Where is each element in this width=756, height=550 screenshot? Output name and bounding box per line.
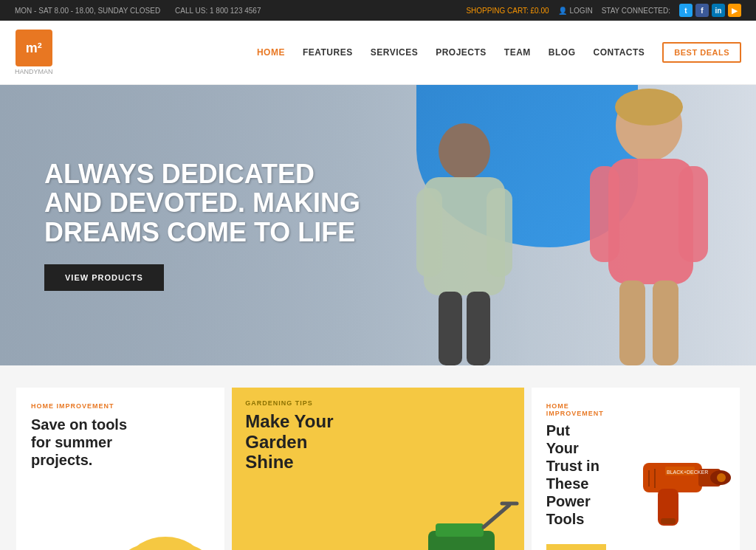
hero-title: ALWAYS DEDICATED AND DEVOTED. MAKING DRE… [44,159,369,247]
hours-text: MON - SAT 8.00 - 18.00, SUNDAY CLOSED [15,7,160,15]
card-power-tools: HOME IMPROVEMENT Put Your Trust in These… [532,388,740,550]
twitter-icon[interactable]: t [679,4,693,17]
worker-image [77,505,224,550]
cards-section: GARDENING TIPS Make YourGardenShine [0,365,756,550]
logo-tagline: HANDYMAN [15,68,53,75]
svg-rect-3 [487,188,512,277]
hero-person2 [564,85,734,365]
card-save-category: HOME IMPROVEMENT [31,402,210,410]
card-save-title: Save on tools for summer projects. [31,416,129,469]
shop-now-button-tools[interactable]: SHOP NOW [546,544,606,550]
linkedin-icon[interactable]: in [712,4,725,17]
card-garden: GARDENING TIPS Make YourGardenShine [232,388,523,550]
card-save-tools: HOME IMPROVEMENT Save on tools for summe… [16,388,224,550]
cart-value: £0.00 [530,7,549,15]
cart-label: SHOPPING CART: [466,7,528,15]
nav-home[interactable]: HOME [257,47,285,58]
nav-services[interactable]: SERVICES [371,47,418,58]
nav-blog[interactable]: BLOG [549,47,576,58]
card-tools-category: HOME IMPROVEMENT [546,402,606,417]
svg-point-34 [130,537,201,550]
cards-grid: GARDENING TIPS Make YourGardenShine [16,388,740,550]
svg-rect-4 [439,292,462,365]
nav-contacts[interactable]: CONTACTS [594,47,645,58]
login-label: LOGIN [570,7,593,15]
svg-rect-11 [653,281,678,365]
phone-text: CALL US: 1 800 123 4567 [175,7,261,15]
svg-point-0 [439,123,490,179]
hero-section: ALWAYS DEDICATED AND DEVOTED. MAKING DRE… [0,85,756,365]
top-bar: MON - SAT 8.00 - 18.00, SUNDAY CLOSED CA… [0,0,756,21]
card-tools-title: Put Your Trust in These Power Tools [546,422,606,528]
heat-gun-image: BLACK+DECKER [621,441,740,537]
svg-rect-5 [467,292,490,365]
stay-connected-label: STAY CONNECTED: [602,7,670,15]
nav-team[interactable]: TEAM [504,47,531,58]
best-deals-button[interactable]: BEST DEALS [662,42,741,63]
header: m² HANDYMAN HOME FEATURES SERVICES PROJE… [0,21,756,85]
cart-link[interactable]: SHOPPING CART: £0.00 [466,7,549,15]
hero-person1 [402,114,527,365]
svg-point-26 [717,473,726,482]
user-icon: 👤 [558,7,567,15]
logo-symbol: m² [16,30,52,66]
social-icons: t f in ▶ [679,4,741,17]
facebook-icon[interactable]: f [695,4,709,17]
hero-content: ALWAYS DEDICATED AND DEVOTED. MAKING DRE… [0,159,369,292]
lawnmower-image [413,501,524,550]
hero-cta-button[interactable]: VIEW PRODUCTS [44,264,164,291]
svg-text:BLACK+DECKER: BLACK+DECKER [667,470,708,475]
rss-icon[interactable]: ▶ [728,4,741,17]
logo: m² HANDYMAN [15,30,53,75]
nav-features[interactable]: FEATURES [303,47,353,58]
svg-line-19 [484,505,509,527]
svg-rect-9 [678,166,708,262]
main-nav: HOME FEATURES SERVICES PROJECTS TEAM BLO… [257,42,741,63]
nav-projects[interactable]: PROJECTS [436,47,487,58]
svg-rect-8 [590,166,619,262]
svg-rect-14 [436,523,484,537]
svg-rect-10 [619,281,645,365]
card-garden-title: Make YourGardenShine [245,411,510,472]
svg-rect-2 [416,188,442,277]
svg-point-12 [615,89,683,126]
login-link[interactable]: 👤 LOGIN [558,7,593,15]
card-garden-category: GARDENING TIPS [245,399,510,407]
svg-rect-28 [661,518,676,524]
